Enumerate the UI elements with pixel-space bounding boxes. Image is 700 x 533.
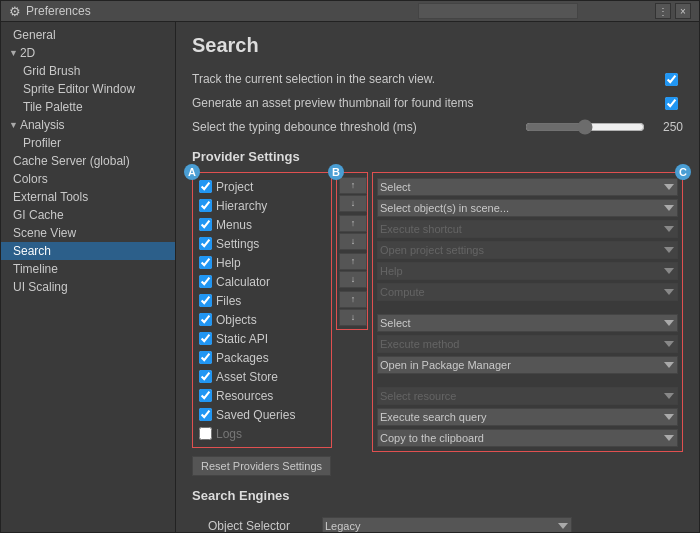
select-object-in-scene[interactable]: Select object(s) in scene... (377, 199, 678, 217)
sidebar-item-sprite-editor[interactable]: Sprite Editor Window (1, 80, 175, 98)
arrow-down-4[interactable]: ↓ (339, 309, 367, 326)
provider-logs-label: Logs (216, 427, 242, 441)
select-action-1[interactable]: Select Execute shortcut Open project set… (377, 178, 678, 196)
provider-menus: Menus (197, 215, 327, 234)
select-action-2[interactable]: Select (377, 314, 678, 332)
reset-providers-btn[interactable]: Reset Providers Settings (192, 456, 331, 476)
provider-hierarchy: Hierarchy (197, 196, 327, 215)
provider-saved-queries-check[interactable] (199, 408, 212, 421)
provider-settings-outer: A Project Hierarchy (192, 172, 683, 452)
provider-menus-check[interactable] (199, 218, 212, 231)
dropdown-select-resource: Select resource (377, 386, 678, 405)
provider-resources-check[interactable] (199, 389, 212, 402)
sidebar-item-grid-brush[interactable]: Grid Brush (1, 62, 175, 80)
checkbox-track-input[interactable] (665, 73, 678, 86)
provider-calculator-label: Calculator (216, 275, 270, 289)
debounce-slider[interactable] (525, 119, 645, 135)
arrow-pair-4: ↑ ↓ (339, 289, 365, 327)
provider-files-check[interactable] (199, 294, 212, 307)
panel-c-wrapper: C Select Execute shortcut Open project s… (372, 172, 683, 452)
sidebar-item-ui-scaling[interactable]: UI Scaling (1, 278, 175, 296)
checkbox-track[interactable] (663, 71, 679, 87)
select-execute-method[interactable]: Execute method (377, 335, 678, 353)
arrow-up-3[interactable]: ↑ (339, 253, 367, 270)
title-bar: ⚙ Preferences ⋮ × (1, 1, 699, 22)
provider-hierarchy-check[interactable] (199, 199, 212, 212)
sidebar-item-general[interactable]: General (1, 26, 175, 44)
provider-files: Files (197, 291, 327, 310)
engine-select-object-selector: Legacy Advanced (322, 517, 572, 532)
sidebar-item-profiler[interactable]: Profiler (1, 134, 175, 152)
provider-settings: Settings (197, 234, 327, 253)
provider-settings-label: Settings (216, 237, 259, 251)
provider-objects-check[interactable] (199, 313, 212, 326)
panel-wrapper: A Project Hierarchy (192, 172, 683, 452)
sidebar-item-scene-view[interactable]: Scene View (1, 224, 175, 242)
provider-help-check[interactable] (199, 256, 212, 269)
provider-static-api-label: Static API (216, 332, 268, 346)
provider-logs-check[interactable] (199, 427, 212, 440)
search-input[interactable] (418, 3, 578, 19)
provider-help-label: Help (216, 256, 241, 270)
sidebar-section-2d[interactable]: ▼ 2D (1, 44, 175, 62)
setting-label-track: Track the current selection in the searc… (192, 72, 663, 86)
select-execute-query[interactable]: Execute search query (377, 408, 678, 426)
select-package-manager[interactable]: Open in Package Manager (377, 356, 678, 374)
arrow-up-4[interactable]: ↑ (339, 291, 367, 308)
arrow-pair-1: ↑ ↓ (339, 175, 365, 213)
setting-row-preview: Generate an asset preview thumbnail for … (192, 93, 683, 113)
provider-asset-store-check[interactable] (199, 370, 212, 383)
badge-b: B (328, 164, 344, 180)
sidebar-item-cache-server[interactable]: Cache Server (global) (1, 152, 175, 170)
provider-static-api: Static API (197, 329, 327, 348)
provider-objects-label: Objects (216, 313, 257, 327)
provider-project-check[interactable] (199, 180, 212, 193)
panel-b: ↑ ↓ ↑ ↓ ↑ ↓ ↑ (336, 172, 368, 330)
sidebar-item-search[interactable]: Search (1, 242, 175, 260)
sidebar-item-timeline[interactable]: Timeline (1, 260, 175, 278)
provider-saved-queries: Saved Queries (197, 405, 327, 424)
select-help[interactable]: Help (377, 262, 678, 280)
provider-static-api-check[interactable] (199, 332, 212, 345)
provider-menus-label: Menus (216, 218, 252, 232)
arrow-down-3[interactable]: ↓ (339, 271, 367, 288)
arrow-down-2[interactable]: ↓ (339, 233, 367, 250)
dropdown-execute-method: Execute method (377, 334, 678, 353)
setting-label-preview: Generate an asset preview thumbnail for … (192, 96, 663, 110)
gear-icon: ⚙ (9, 4, 21, 19)
sidebar-item-tile-palette[interactable]: Tile Palette (1, 98, 175, 116)
provider-project: Project (197, 177, 327, 196)
panel-a-wrapper: A Project Hierarchy (192, 172, 332, 448)
provider-hierarchy-label: Hierarchy (216, 199, 267, 213)
select-open-project[interactable]: Open project settings (377, 241, 678, 259)
slider-container: 250 (525, 119, 683, 135)
sidebar-item-gi-cache[interactable]: GI Cache (1, 206, 175, 224)
preferences-window: ⚙ Preferences ⋮ × General ▼ 2D Grid Brus… (0, 0, 700, 533)
provider-files-label: Files (216, 294, 241, 308)
select-compute[interactable]: Compute (377, 283, 678, 301)
provider-calculator-check[interactable] (199, 275, 212, 288)
arrow-down-1[interactable]: ↓ (339, 195, 367, 212)
badge-c: C (675, 164, 691, 180)
content-area: General ▼ 2D Grid Brush Sprite Editor Wi… (1, 22, 699, 532)
engine-label-object-selector: Object Selector (192, 519, 322, 532)
provider-settings-check[interactable] (199, 237, 212, 250)
checkbox-preview[interactable] (663, 95, 679, 111)
provider-packages-check[interactable] (199, 351, 212, 364)
sidebar-section-analysis[interactable]: ▼ Analysis (1, 116, 175, 134)
checkbox-preview-input[interactable] (665, 97, 678, 110)
arrow-up-1[interactable]: ↑ (339, 177, 367, 194)
select-object-selector[interactable]: Legacy Advanced (322, 517, 572, 532)
select-resource[interactable]: Select resource (377, 387, 678, 405)
select-execute-shortcut[interactable]: Execute shortcut (377, 220, 678, 238)
select-copy-clipboard[interactable]: Copy to the clipboard (377, 429, 678, 447)
sidebar-item-external-tools[interactable]: External Tools (1, 188, 175, 206)
sidebar: General ▼ 2D Grid Brush Sprite Editor Wi… (1, 22, 176, 532)
sidebar-item-colors[interactable]: Colors (1, 170, 175, 188)
close-btn[interactable]: × (675, 3, 691, 19)
panel-a: Project Hierarchy Menus (192, 172, 332, 448)
dropdown-select-1: Select Execute shortcut Open project set… (377, 177, 678, 196)
arrow-pair-2: ↑ ↓ (339, 213, 365, 251)
arrow-up-2[interactable]: ↑ (339, 215, 367, 232)
more-options-btn[interactable]: ⋮ (655, 3, 671, 19)
